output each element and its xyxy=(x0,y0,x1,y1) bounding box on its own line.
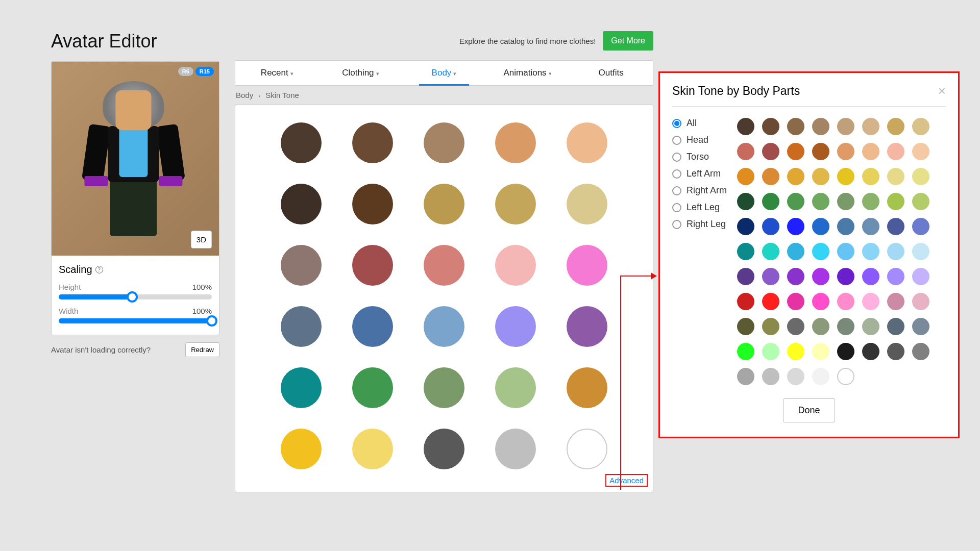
color-swatch-small[interactable] xyxy=(812,343,829,360)
color-swatch[interactable] xyxy=(567,306,607,347)
color-swatch-small[interactable] xyxy=(912,193,929,210)
height-slider[interactable] xyxy=(59,294,212,299)
color-swatch[interactable] xyxy=(424,122,464,163)
color-swatch-small[interactable] xyxy=(787,168,804,185)
color-swatch-small[interactable] xyxy=(912,143,929,160)
color-swatch-small[interactable] xyxy=(787,268,804,285)
color-swatch[interactable] xyxy=(281,122,322,163)
color-swatch-small[interactable] xyxy=(737,193,754,210)
color-swatch-small[interactable] xyxy=(737,118,754,135)
color-swatch-small[interactable] xyxy=(787,368,804,385)
color-swatch-small[interactable] xyxy=(887,218,904,235)
color-swatch[interactable] xyxy=(352,122,393,163)
color-swatch-small[interactable] xyxy=(912,118,929,135)
color-swatch-small[interactable] xyxy=(787,193,804,210)
color-swatch[interactable] xyxy=(495,184,536,224)
color-swatch-small[interactable] xyxy=(862,193,879,210)
body-part-option[interactable]: Head xyxy=(672,135,727,145)
color-swatch[interactable] xyxy=(567,245,607,286)
tab-recent[interactable]: Recent▾ xyxy=(235,61,319,85)
body-part-option[interactable]: Right Leg xyxy=(672,219,727,230)
color-swatch-small[interactable] xyxy=(787,293,804,310)
color-swatch-small[interactable] xyxy=(762,368,779,385)
close-icon[interactable]: × xyxy=(938,83,946,99)
color-swatch-small[interactable] xyxy=(912,318,929,335)
color-swatch-small[interactable] xyxy=(812,243,829,260)
redraw-button[interactable]: Redraw xyxy=(185,342,219,357)
color-swatch[interactable] xyxy=(567,184,607,224)
info-icon[interactable]: ? xyxy=(95,266,103,273)
color-swatch-small[interactable] xyxy=(862,318,879,335)
body-part-option[interactable]: Left Arm xyxy=(672,168,727,179)
color-swatch[interactable] xyxy=(281,367,322,408)
color-swatch-small[interactable] xyxy=(812,368,829,385)
color-swatch[interactable] xyxy=(352,184,393,224)
color-swatch-small[interactable] xyxy=(762,243,779,260)
color-swatch-small[interactable] xyxy=(737,368,754,385)
color-swatch-small[interactable] xyxy=(762,268,779,285)
color-swatch-small[interactable] xyxy=(912,293,929,310)
color-swatch-small[interactable] xyxy=(837,143,854,160)
body-part-option[interactable]: Torso xyxy=(672,152,727,162)
color-swatch-small[interactable] xyxy=(862,218,879,235)
color-swatch-small[interactable] xyxy=(837,193,854,210)
color-swatch-small[interactable] xyxy=(837,243,854,260)
color-swatch[interactable] xyxy=(495,245,536,286)
advanced-link[interactable]: Advanced xyxy=(605,474,648,487)
tab-clothing[interactable]: Clothing▾ xyxy=(319,61,403,85)
color-swatch-small[interactable] xyxy=(887,243,904,260)
color-swatch-small[interactable] xyxy=(762,118,779,135)
done-button[interactable]: Done xyxy=(783,398,835,422)
color-swatch-small[interactable] xyxy=(762,168,779,185)
body-part-option[interactable]: Left Leg xyxy=(672,202,727,213)
color-swatch-small[interactable] xyxy=(787,318,804,335)
color-swatch-small[interactable] xyxy=(812,293,829,310)
color-swatch[interactable] xyxy=(567,429,607,469)
color-swatch[interactable] xyxy=(495,429,536,469)
rig-r6-badge[interactable]: R6 xyxy=(178,67,193,76)
color-swatch[interactable] xyxy=(281,429,322,469)
view-3d-button[interactable]: 3D xyxy=(191,231,212,248)
color-swatch-small[interactable] xyxy=(862,168,879,185)
color-swatch-small[interactable] xyxy=(787,143,804,160)
color-swatch-small[interactable] xyxy=(862,293,879,310)
color-swatch-small[interactable] xyxy=(837,168,854,185)
tab-body[interactable]: Body▾ xyxy=(402,61,486,85)
color-swatch-small[interactable] xyxy=(912,343,929,360)
color-swatch[interactable] xyxy=(281,306,322,347)
color-swatch-small[interactable] xyxy=(837,218,854,235)
color-swatch-small[interactable] xyxy=(737,318,754,335)
width-slider[interactable] xyxy=(59,318,212,323)
color-swatch[interactable] xyxy=(424,306,464,347)
body-part-option[interactable]: Right Arm xyxy=(672,185,727,196)
color-swatch-small[interactable] xyxy=(887,168,904,185)
color-swatch-small[interactable] xyxy=(837,293,854,310)
color-swatch-small[interactable] xyxy=(737,293,754,310)
color-swatch-small[interactable] xyxy=(737,218,754,235)
color-swatch-small[interactable] xyxy=(762,218,779,235)
color-swatch[interactable] xyxy=(567,122,607,163)
color-swatch-small[interactable] xyxy=(912,168,929,185)
body-part-option[interactable]: All xyxy=(672,118,727,129)
color-swatch-small[interactable] xyxy=(737,268,754,285)
color-swatch-small[interactable] xyxy=(887,118,904,135)
rig-r15-badge[interactable]: R15 xyxy=(195,67,214,76)
color-swatch[interactable] xyxy=(424,367,464,408)
color-swatch-small[interactable] xyxy=(837,343,854,360)
color-swatch-small[interactable] xyxy=(887,268,904,285)
color-swatch[interactable] xyxy=(424,245,464,286)
color-swatch-small[interactable] xyxy=(862,268,879,285)
color-swatch-small[interactable] xyxy=(762,143,779,160)
color-swatch[interactable] xyxy=(281,184,322,224)
color-swatch[interactable] xyxy=(424,184,464,224)
color-swatch-small[interactable] xyxy=(812,118,829,135)
tab-outfits[interactable]: Outfits xyxy=(569,61,653,85)
color-swatch-small[interactable] xyxy=(862,118,879,135)
color-swatch-small[interactable] xyxy=(862,243,879,260)
color-swatch-small[interactable] xyxy=(862,143,879,160)
color-swatch-small[interactable] xyxy=(887,193,904,210)
color-swatch-small[interactable] xyxy=(737,243,754,260)
get-more-button[interactable]: Get More xyxy=(603,31,653,51)
color-swatch-small[interactable] xyxy=(762,293,779,310)
color-swatch[interactable] xyxy=(495,122,536,163)
